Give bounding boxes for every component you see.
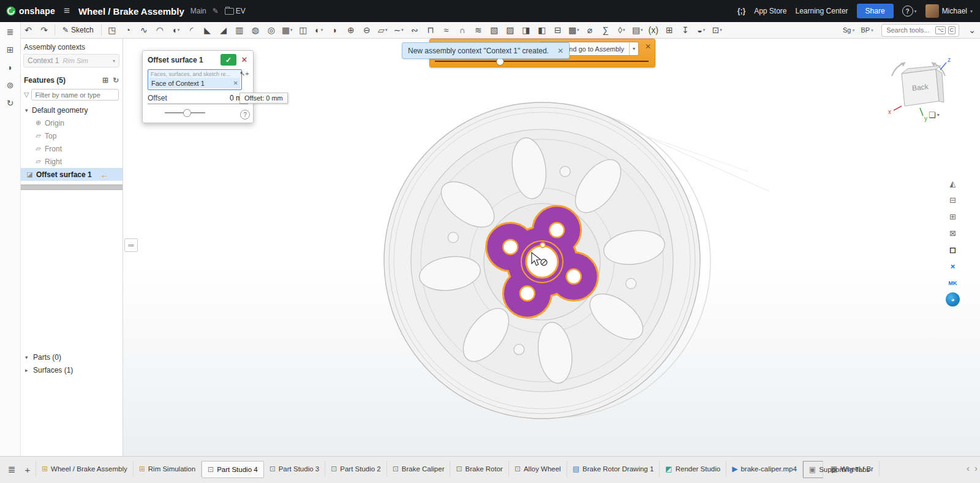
undo-button[interactable]: ↶	[20, 23, 36, 37]
user-menu[interactable]: Michael ▾	[925, 4, 973, 18]
configurations-icon[interactable]: ⊞	[4, 43, 17, 56]
plane-icon[interactable]: ▱ ▾	[375, 23, 391, 37]
feature-tree-item[interactable]: ▱ Top	[20, 129, 123, 142]
fill-surface-icon[interactable]: ▨	[502, 23, 518, 37]
document-tab[interactable]: ⊡ Part Studio 4	[202, 461, 264, 478]
search-tools-box[interactable]: ⌥ C	[881, 24, 959, 37]
tab-scroll-right-icon[interactable]: ›	[974, 463, 978, 473]
assembly-context-selector[interactable]: Context 1 Rim Sim ▾	[23, 54, 119, 67]
document-tab[interactable]: ▤ Brake Rotor Drawing 1	[567, 461, 660, 477]
featurescript-icon[interactable]: {;}	[737, 7, 745, 15]
add-tab-button[interactable]: +	[20, 462, 36, 477]
helix-icon[interactable]: ∾	[407, 23, 423, 37]
named-views-icon[interactable]: ⊞	[946, 210, 960, 224]
mirror-icon[interactable]: ◫	[295, 23, 311, 37]
document-tab[interactable]: ▣ Supporting Tabs	[803, 461, 823, 478]
toolbar-overflow-icon[interactable]: ⌄	[964, 23, 980, 37]
custom-feature-sg-button[interactable]: Sg ▾	[840, 24, 858, 36]
x-app-icon[interactable]: ×	[946, 259, 960, 273]
onshape-logo[interactable]: onshape	[6, 6, 55, 16]
selected-face-hub[interactable]	[487, 207, 597, 316]
sheet-metal-icon[interactable]: ◊ ▾	[614, 23, 630, 37]
project-curve-icon[interactable]: ⊓	[423, 23, 439, 37]
chamfer-icon[interactable]: ◣	[200, 23, 216, 37]
sketch-button[interactable]: ✎ Sketch	[58, 23, 99, 37]
expand-chevron-icon[interactable]: ▾	[25, 107, 32, 113]
draft-icon[interactable]: ◢	[216, 23, 232, 37]
learning-center-link[interactable]: Learning Center	[796, 7, 848, 15]
offset-slider-handle[interactable]	[183, 109, 191, 117]
document-tab[interactable]: ⊡ Part Studio 3	[264, 461, 326, 477]
offset-value-input[interactable]: 0 mm	[167, 94, 248, 102]
extrude-icon[interactable]: ◳	[104, 23, 120, 37]
share-button[interactable]: Share	[857, 4, 894, 18]
feature-filter-input[interactable]	[31, 89, 119, 101]
thicken-icon[interactable]: ◖ ▾	[168, 23, 184, 37]
linear-pattern-icon[interactable]: ▦ ▾	[279, 23, 295, 37]
revolve-icon[interactable]: ◔	[120, 23, 136, 37]
frame-icon[interactable]: ▤ ▾	[630, 23, 646, 37]
document-tab[interactable]: ⊡ Alloy Wheel	[509, 461, 567, 477]
document-location[interactable]: EV	[225, 7, 246, 15]
split-icon[interactable]: ◗	[327, 23, 343, 37]
surfaces-list-header[interactable]: ▸ Surfaces (1)	[20, 363, 123, 376]
feature-tree-item[interactable]: ⊕ Origin	[20, 116, 123, 129]
document-tab[interactable]: ⊡ Part Studio 2	[325, 461, 387, 477]
variable-icon[interactable]: (x)	[646, 23, 662, 37]
pattern-icon[interactable]: ▩ ▾	[566, 23, 582, 37]
mk-app-icon[interactable]: MK	[946, 276, 960, 290]
history-icon[interactable]: ↻	[113, 76, 119, 85]
appearance-icon[interactable]: ◒ ▾	[693, 23, 709, 37]
loft-icon[interactable]: ◠	[152, 23, 168, 37]
toast-close-icon[interactable]: ✕	[557, 47, 564, 55]
named-positions-icon[interactable]: ⊡ ▾	[709, 23, 725, 37]
document-tab[interactable]: ⊡ Brake Caliper	[387, 461, 451, 477]
curve-icon[interactable]: ∼ ▾	[391, 23, 407, 37]
mass-properties-icon[interactable]: ∑	[598, 23, 614, 37]
view-settings-button[interactable]: ❏ ▾	[929, 110, 940, 120]
globe-app-icon[interactable]: ◕	[946, 292, 960, 306]
delete-part-icon[interactable]: ⊖	[359, 23, 375, 37]
hole-icon[interactable]: ◎	[263, 23, 279, 37]
document-tab[interactable]: ⊞ Rim Simulation	[134, 461, 202, 477]
relations-icon[interactable]: ⊚	[4, 78, 17, 92]
rollback-bar[interactable]	[20, 184, 123, 190]
dialog-help-icon[interactable]: ?	[240, 110, 250, 120]
document-tab[interactable]: ▶ brake-caliper.mp4	[726, 461, 803, 477]
dialog-cancel-button[interactable]: ✕	[239, 54, 250, 66]
transform-icon[interactable]: ⊕	[343, 23, 359, 37]
feature-tree-item[interactable]: ▱ Right	[20, 155, 123, 168]
section-view-icon[interactable]: ⊟	[946, 193, 960, 207]
document-tab[interactable]: ⊞ Wheel / Brake Assembly	[36, 461, 134, 477]
parts-list-header[interactable]: ▾ Parts (0)	[20, 351, 123, 363]
chip-remove-icon[interactable]: ✕	[233, 80, 238, 86]
rib-icon[interactable]: ▥	[232, 23, 247, 37]
sweep-icon[interactable]: ∿	[136, 23, 152, 37]
boundary-surface-icon[interactable]: ▧	[486, 23, 502, 37]
move-face-icon[interactable]: ◨	[518, 23, 534, 37]
tab-manager-icon[interactable]: ≣	[4, 462, 20, 477]
search-tools-input[interactable]	[885, 26, 933, 34]
offset-input-row[interactable]: Offset 0 mm	[148, 94, 248, 104]
context-slider-track[interactable]	[435, 61, 649, 62]
import-icon[interactable]: ↧	[677, 23, 693, 37]
display-options-icon[interactable]: ⊠	[946, 226, 960, 240]
hub-center-bore[interactable]	[526, 246, 558, 278]
help-menu[interactable]: ? ▾	[902, 6, 917, 17]
dialog-confirm-button[interactable]: ✓	[221, 54, 236, 66]
insert-feature-icon[interactable]: ⊞	[102, 76, 108, 85]
composite-curve-icon[interactable]: ≈	[439, 23, 454, 37]
rollback-arrow-icon[interactable]: ←	[100, 170, 109, 180]
comments-icon[interactable]: ◗	[4, 61, 17, 74]
boolean-icon[interactable]: ◐ ▾	[311, 23, 327, 37]
feature-tree-item[interactable]: ◪ Offset surface 1 ←	[20, 168, 123, 181]
redo-button[interactable]: ↷	[36, 23, 52, 37]
document-tab[interactable]: ⊡ Brake Rotor	[450, 461, 508, 477]
selection-field[interactable]: Faces, surfaces, and sketch re... Face o…	[148, 69, 242, 90]
replace-face-icon[interactable]: ◧	[534, 23, 550, 37]
go-to-assembly-caret-icon[interactable]: ▾	[629, 42, 638, 55]
intersection-curve-icon[interactable]: ∩	[454, 23, 470, 37]
add-selection-cursor-icon[interactable]: ↖+	[239, 70, 249, 78]
feature-tree-item[interactable]: ▾ Default geometry	[20, 104, 123, 116]
rename-icon[interactable]: ✎	[213, 7, 219, 15]
